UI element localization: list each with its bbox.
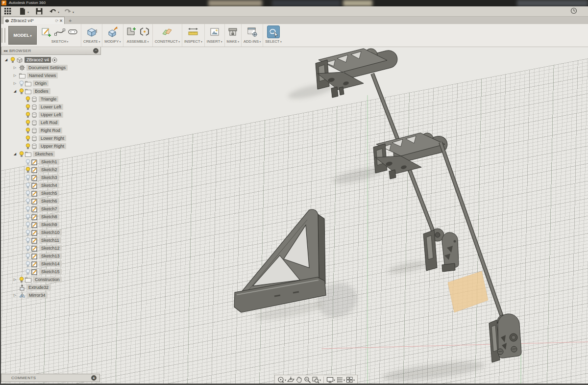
joint-icon[interactable] (139, 26, 150, 38)
visibility-bulb-on-icon[interactable] (25, 112, 30, 118)
visibility-bulb-on-icon[interactable] (25, 135, 30, 142)
visibility-bulb-off-icon[interactable] (25, 190, 30, 197)
tab-close-icon[interactable]: ✕ (59, 19, 63, 23)
browser-item-label[interactable]: Bodies (33, 88, 50, 94)
browser-item-sketch15[interactable]: Sketch15 (1, 268, 101, 276)
create-sketch-icon[interactable] (41, 26, 52, 38)
browser-item-label[interactable]: ZBrace2 v4 (24, 57, 51, 63)
visibility-bulb-on-icon[interactable] (10, 57, 15, 63)
visibility-bulb-off-icon[interactable] (25, 269, 30, 275)
tab-sync-icon[interactable]: ⟳ (55, 19, 59, 23)
browser-item-label[interactable]: Sketch9 (39, 222, 59, 228)
ribbon-group-label[interactable]: SELECT (265, 39, 281, 44)
ribbon-group-label[interactable]: INSERT (207, 39, 222, 44)
comments-expand-icon[interactable]: ▴ (91, 375, 97, 381)
collapse-triangle-icon[interactable]: ▷ (12, 278, 18, 282)
new-component-icon[interactable] (125, 26, 137, 38)
visibility-bulb-off-icon[interactable] (25, 222, 30, 228)
browser-item-label[interactable]: Sketch13 (39, 253, 62, 259)
dropdown-caret[interactable]: ▾ (319, 378, 321, 382)
add-ins-icon[interactable] (246, 26, 258, 38)
browser-item-label[interactable]: Sketch8 (39, 214, 59, 220)
collapse-triangle-icon[interactable]: ▷ (12, 293, 18, 297)
browser-item-label[interactable]: Sketch4 (39, 182, 59, 188)
visibility-bulb-on-icon[interactable] (25, 104, 30, 110)
browser-item-label[interactable]: Lower Right (39, 135, 66, 141)
expand-triangle-icon[interactable]: ◢ (12, 152, 18, 156)
browser-item-label[interactable]: Sketch10 (39, 230, 62, 235)
undo-icon[interactable] (49, 7, 57, 15)
browser-item-sketch10[interactable]: Sketch10 (1, 229, 101, 236)
activate-component-radio-icon[interactable] (52, 57, 57, 63)
browser-item-label[interactable]: Sketch14 (39, 261, 62, 267)
browser-item-document-settings[interactable]: ▷Document Settings (1, 64, 101, 72)
browser-item-bodies[interactable]: ◢Bodies (1, 87, 101, 95)
collapse-triangle-icon[interactable]: ▷ (12, 81, 18, 85)
browser-item-sketch3[interactable]: Sketch3 (1, 174, 101, 181)
browser-item-named-views[interactable]: ▷Named Views (1, 72, 101, 79)
collapse-triangle-icon[interactable]: ▷ (12, 66, 18, 70)
browser-item-upper-right[interactable]: Upper Right (1, 142, 101, 150)
browser-item-lower-left[interactable]: Lower Left (1, 103, 101, 111)
visibility-bulb-off-icon[interactable] (25, 253, 30, 259)
ribbon-group-label[interactable]: CREATE (83, 39, 100, 44)
browser-item-sketches[interactable]: ◢Sketches (1, 150, 101, 158)
fit-icon[interactable]: ▾ (312, 376, 321, 384)
ribbon-group-label[interactable]: ASSEMBLE (127, 39, 149, 44)
pan-icon[interactable] (295, 376, 303, 384)
browser-item-sketch12[interactable]: Sketch12 (1, 244, 101, 252)
orbit-icon[interactable]: ▾ (277, 376, 286, 384)
visibility-bulb-off-icon[interactable] (25, 214, 30, 220)
browser-item-sketch5[interactable]: Sketch5 (1, 189, 101, 197)
browser-item-sketch8[interactable]: Sketch8 (1, 213, 101, 221)
browser-item-label[interactable]: Sketch15 (39, 269, 62, 275)
job-status-clock-icon[interactable] (570, 7, 577, 14)
viewports-icon[interactable]: ▾ (346, 376, 355, 384)
visibility-bulb-off-icon[interactable] (25, 206, 30, 212)
grid-and-snaps-icon[interactable]: ▾ (336, 376, 345, 384)
browser-item-label[interactable]: Sketch6 (39, 198, 59, 204)
browser-item-sketch9[interactable]: Sketch9 (1, 221, 101, 229)
visibility-bulb-on-icon[interactable] (19, 151, 24, 157)
browser-dock-icon[interactable]: ◂◂ (3, 49, 7, 53)
visibility-bulb-off-icon[interactable] (25, 230, 30, 236)
dropdown-caret[interactable]: ▾ (343, 378, 345, 382)
body-lower-left-bracket[interactable] (423, 229, 459, 272)
visibility-bulb-off-icon[interactable] (19, 80, 24, 87)
collapse-triangle-icon[interactable]: ▷ (12, 74, 18, 77)
browser-item-right-rod[interactable]: Right Rod (1, 127, 101, 134)
selected-sketch-profile[interactable] (448, 271, 488, 312)
comments-panel[interactable]: COMMENTS ▴ (1, 374, 100, 382)
visibility-bulb-off-icon[interactable] (25, 159, 30, 165)
ribbon-group-label[interactable]: ADD-INS (244, 39, 261, 44)
browser-item-label[interactable]: Sketch3 (39, 175, 59, 180)
body-lower-right-bracket[interactable] (489, 314, 521, 362)
new-tab-button[interactable]: + (69, 18, 72, 24)
browser-item-mirror34[interactable]: ▷Mirror34 (1, 291, 101, 299)
look-at-icon[interactable] (287, 376, 294, 384)
browser-item-origin[interactable]: ▷Origin (1, 79, 101, 87)
undo-dropdown-caret[interactable]: ▾ (58, 10, 59, 14)
browser-item-upper-left[interactable]: Upper Left (1, 111, 101, 119)
browser-item-label[interactable]: Sketch7 (39, 206, 59, 212)
browser-item-left-rod[interactable]: Left Rod (1, 119, 101, 127)
workspace-selector-button[interactable]: MODEL (8, 26, 37, 45)
browser-item-triangle[interactable]: Triangle (1, 95, 101, 103)
visibility-bulb-on-icon[interactable] (25, 96, 30, 103)
redo-dropdown-caret[interactable]: ▾ (73, 10, 74, 14)
visibility-bulb-off-icon[interactable] (25, 198, 30, 205)
browser-item-label[interactable]: Right Rod (39, 128, 62, 133)
browser-item-sketch6[interactable]: Sketch6 (1, 197, 101, 205)
browser-item-label[interactable]: Sketches (33, 151, 55, 157)
slot-icon[interactable] (67, 26, 79, 38)
browser-item-label[interactable]: Triangle (39, 96, 58, 102)
visibility-bulb-on-icon[interactable] (25, 128, 30, 134)
browser-item-label[interactable]: Upper Left (39, 112, 63, 118)
construct-plane-icon[interactable] (161, 26, 173, 38)
app-grid-icon[interactable] (4, 7, 12, 15)
document-tab[interactable]: ZBrace2 v4* ⟳ ✕ (3, 17, 65, 24)
browser-item-label[interactable]: Document Settings (26, 65, 68, 71)
browser-item-lower-right[interactable]: Lower Right (1, 134, 101, 142)
browser-item-label[interactable]: Construction (33, 277, 62, 282)
toolbar-grip[interactable] (1, 28, 5, 43)
